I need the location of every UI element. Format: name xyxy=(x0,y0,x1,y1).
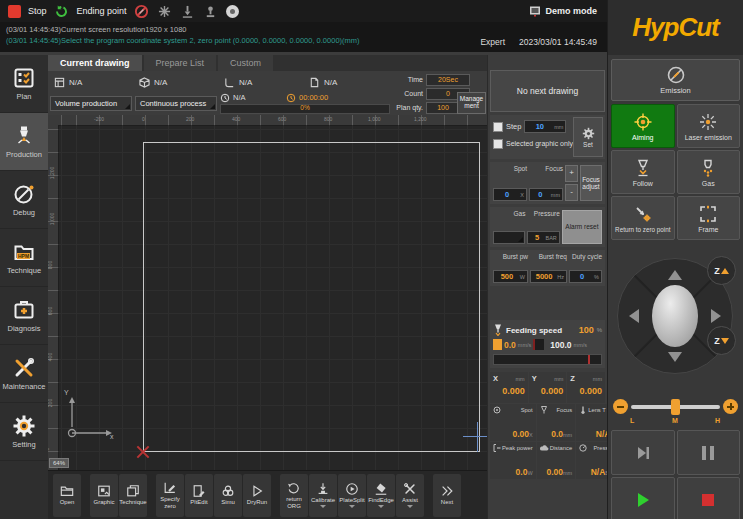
selected-graphic-checkbox[interactable] xyxy=(493,139,503,149)
jog-right-arrow-icon[interactable] xyxy=(711,309,721,323)
stop-icon[interactable] xyxy=(8,5,21,18)
open-button[interactable]: Open xyxy=(53,474,81,517)
z-down-button[interactable]: Z xyxy=(707,326,736,355)
plan-icon xyxy=(12,66,36,90)
duty-cycle-field[interactable]: 0 % xyxy=(569,270,602,283)
ending-point-icon[interactable] xyxy=(54,3,70,19)
jog-status-icon[interactable] xyxy=(203,3,219,19)
laser-head-crosshair xyxy=(463,422,487,452)
step-run-button[interactable] xyxy=(611,430,675,475)
focus-field[interactable]: 0 mm xyxy=(529,188,563,201)
user-datetime: Expert 2023/03/01 14:45:49 xyxy=(480,37,597,47)
technique-button[interactable]: Technique xyxy=(119,474,147,517)
follow-status-icon[interactable] xyxy=(180,3,196,19)
jog-center-knob[interactable] xyxy=(652,285,698,347)
gas-dropdown[interactable] xyxy=(493,231,525,244)
speed-minus-button[interactable] xyxy=(613,399,628,414)
status-indicator-icon[interactable] xyxy=(226,5,239,18)
step-checkbox[interactable] xyxy=(493,122,503,132)
burst-power-field[interactable]: 500 W xyxy=(493,270,528,283)
plate-outline[interactable] xyxy=(143,142,480,452)
management-button[interactable]: Management xyxy=(457,92,486,114)
calibrate-button[interactable]: Calibrate xyxy=(309,474,337,517)
graphic-button[interactable]: Graphic xyxy=(90,474,118,517)
laser-emission-button[interactable]: Laser emission xyxy=(677,104,741,148)
cooling-icon[interactable] xyxy=(157,3,173,19)
demo-mode-icon xyxy=(529,5,541,17)
feed-nozzle-icon xyxy=(493,324,503,336)
laser-disabled-icon[interactable] xyxy=(134,3,150,19)
step-value-field[interactable]: 10 mm xyxy=(524,120,566,133)
caret-down-icon xyxy=(407,505,413,508)
sidebar-item-plan[interactable]: Plan xyxy=(0,55,48,113)
stop-run-button[interactable] xyxy=(677,477,741,519)
return-zero-button[interactable]: Return to zero point xyxy=(611,196,675,240)
current-speed-value: 0.0 xyxy=(504,340,516,350)
feed-percent-value: 100 xyxy=(579,325,594,335)
follow-button[interactable]: Follow xyxy=(611,150,675,194)
drawing-name-cell: N/A xyxy=(48,71,133,93)
dry-run-button[interactable]: DryRun xyxy=(243,474,271,517)
plate-split-button[interactable]: PlateSplit xyxy=(338,474,366,517)
focus-minus-button[interactable]: - xyxy=(565,184,578,201)
find-edge-button[interactable]: FindEdge xyxy=(367,474,395,517)
production-mode-dropdown[interactable]: Volume production xyxy=(50,96,132,111)
follow-nozzle-icon xyxy=(633,158,653,178)
stop-button[interactable]: Stop xyxy=(28,6,47,16)
pause-button[interactable] xyxy=(677,430,741,475)
set-button[interactable]: Set xyxy=(573,117,603,157)
run-controls xyxy=(611,430,740,519)
jog-left-arrow-icon[interactable] xyxy=(629,309,639,323)
spot-field[interactable]: 0 X xyxy=(493,188,527,201)
feed-speed-bar[interactable] xyxy=(493,354,602,365)
aiming-button[interactable]: Aiming xyxy=(611,104,675,148)
focus-adjust-button[interactable]: Focus adjust xyxy=(580,165,602,201)
sidebar-item-setting[interactable]: Setting xyxy=(0,403,48,461)
start-button[interactable] xyxy=(611,477,675,519)
simu-button[interactable]: Simu xyxy=(214,474,242,517)
x-axis-label: x xyxy=(110,433,114,440)
frame-button[interactable]: Frame xyxy=(677,196,741,240)
jog-down-arrow-icon[interactable] xyxy=(668,352,682,362)
emission-button[interactable]: Emission xyxy=(611,59,740,101)
plt-edit-button[interactable]: PltEdit xyxy=(185,474,213,517)
ruler-corner xyxy=(48,115,58,125)
burst-freq-field[interactable]: 5000 Hz xyxy=(530,270,567,283)
pressure-field[interactable]: 5 BAR xyxy=(527,231,559,244)
log-line-1: (03/01 14:45:43)Current screen resolutio… xyxy=(6,24,601,35)
sidebar-item-debug[interactable]: Debug xyxy=(0,171,48,229)
assist-button[interactable]: Assist xyxy=(396,474,424,517)
tab-prepare-list[interactable]: Prepare List xyxy=(144,55,217,71)
alarm-reset-button[interactable]: Alarm reset xyxy=(562,210,602,244)
sidebar-item-maintenance[interactable]: Maintenance xyxy=(0,345,48,403)
sidebar-item-technique[interactable]: HPM Technique xyxy=(0,229,48,287)
spot-icon xyxy=(493,406,501,414)
focus-plus-button[interactable]: + xyxy=(565,165,578,182)
plan-qty-field[interactable]: 100 xyxy=(426,102,460,114)
jog-up-arrow-icon[interactable] xyxy=(668,270,682,280)
elapsed-time-cell: 00:00:00 xyxy=(286,93,386,103)
sidebar-item-production[interactable]: Production xyxy=(0,113,48,171)
sidebar-item-diagnosis[interactable]: Diagnosis xyxy=(0,287,48,345)
caret-down-icon xyxy=(349,505,355,508)
speed-slider-handle[interactable] xyxy=(671,399,680,415)
step-section: Step 10 mm Selected graphic only Set xyxy=(490,115,605,159)
next-drawing-box: No next drawing xyxy=(490,70,605,112)
return-org-button[interactable]: return ORG xyxy=(280,474,308,517)
hypcut-logo: HypCut xyxy=(632,12,718,43)
contour-icon xyxy=(224,77,235,88)
limit-speed-swatch xyxy=(533,339,544,350)
z-up-button[interactable]: Z xyxy=(707,256,736,285)
caret-down-icon xyxy=(320,505,326,508)
tab-current-drawing[interactable]: Current drawing xyxy=(48,55,142,71)
speed-plus-button[interactable] xyxy=(723,399,738,414)
tab-custom[interactable]: Custom xyxy=(218,55,273,71)
next-button[interactable]: Next xyxy=(433,474,461,517)
crosshair-icon xyxy=(633,112,653,132)
user-level-label: Expert xyxy=(480,37,505,47)
gas-button[interactable]: Gas xyxy=(677,150,741,194)
specify-zero-button[interactable]: Specify zero xyxy=(156,474,184,517)
ending-point-button[interactable]: Ending point xyxy=(77,6,127,16)
process-mode-dropdown[interactable]: Continuous process xyxy=(135,96,217,111)
gas-spray-icon xyxy=(698,158,718,178)
